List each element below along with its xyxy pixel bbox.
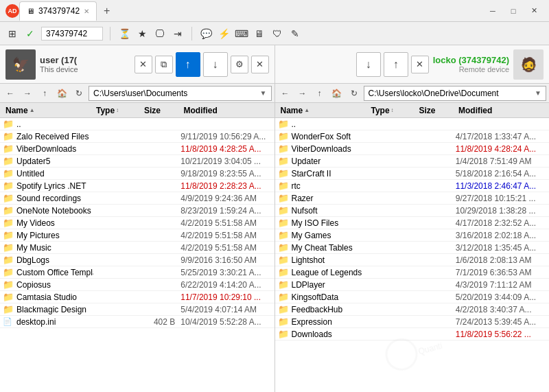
table-row[interactable]: 📁DbgLogs9/9/2016 3:16:50 AM [0,254,274,266]
sort-arrow-type: ↕ [116,107,119,113]
left-home-button[interactable]: 🏠 [54,86,69,101]
table-row[interactable]: 📁League of Legends7/1/2019 6:36:53 AM [275,266,550,279]
table-row[interactable]: 📁My Pictures4/2/2019 5:51:58 AM [0,229,274,242]
file-modified: 11/8/2019 2:28:23 A... [180,181,271,191]
table-row[interactable]: 📁Updater1/4/2018 7:51:49 AM [275,155,550,168]
copy-button[interactable]: ⧉ [155,56,173,73]
table-row[interactable]: 📁OneNote Notebooks8/23/2019 1:59:24 A... [0,205,274,217]
left-col-name[interactable]: Name ▲ [3,106,93,115]
table-row[interactable]: 📁Blackmagic Design5/4/2019 4:07:14 AM [0,303,274,316]
table-row[interactable]: 📁My Cheat Tables3/12/2018 1:35:45 A... [275,242,550,254]
right-home-button[interactable]: 🏠 [329,86,344,101]
upload-button[interactable]: ↑ [176,52,200,77]
left-col-modified[interactable]: Modified [181,106,272,115]
tab-close-button[interactable]: ✕ [84,8,89,15]
main-tab[interactable]: 🖥 374379742 ✕ [19,1,97,21]
table-row[interactable]: 📁StarCraft II5/18/2018 2:16:54 A... [275,168,550,180]
right-forward-button[interactable]: → [295,86,310,101]
close-conn-left-button[interactable]: ✕ [135,56,152,73]
right-up-button[interactable]: ↑ [312,86,327,101]
right-back-button[interactable]: ← [278,86,293,101]
table-row[interactable]: 📁Camtasia Studio11/7/2019 10:29:10 ... [0,291,274,303]
keyboard-icon[interactable]: ⌨ [235,27,248,41]
right-col-name[interactable]: Name ▲ [278,106,369,115]
pen-icon[interactable]: ✎ [288,27,302,41]
table-row[interactable]: 📁Lightshot1/6/2018 2:08:13 AM [275,254,550,266]
remote-user-name: locko (374379742) [433,55,509,65]
title-bar: AD 🖥 374379742 ✕ + ─ □ ✕ [0,0,549,22]
left-col-size[interactable]: Size [141,106,181,115]
right-file-list[interactable]: 📁..📁WonderFox Soft4/17/2018 1:33:47 A...… [275,118,550,392]
download-left-button[interactable]: ↓ [203,52,228,77]
table-row[interactable]: 📁Copiosus6/22/2019 4:14:20 A... [0,279,274,291]
left-file-list[interactable]: 📁..📁Zalo Received Files9/11/2019 10:56:2… [0,118,274,392]
table-row[interactable]: 📁Zalo Received Files9/11/2019 10:56:29 A… [0,130,274,143]
download-right-button[interactable]: ↓ [356,52,381,77]
table-row[interactable]: 📁rtc11/3/2018 2:46:47 A... [275,180,550,192]
table-row[interactable]: 📁Razer9/27/2018 10:15:21 ... [275,192,550,205]
folder-icon: 📁 [3,205,14,216]
lightning-icon[interactable]: ⚡ [217,27,231,41]
menu-icon[interactable]: ⊞ [5,27,19,41]
right-col-modified[interactable]: Modified [456,106,546,115]
remote-user-info: locko (374379742) Remote device [433,55,509,73]
tab-icon: 🖥 [27,7,34,15]
close-button[interactable]: ✕ [524,3,544,19]
right-col-size[interactable]: Size [416,106,456,115]
table-row[interactable]: 📁.. [275,118,550,130]
table-row[interactable]: 📁My Videos4/2/2019 5:51:58 AM [0,217,274,229]
star-icon[interactable]: ★ [135,27,149,41]
left-back-button[interactable]: ← [3,86,18,101]
left-up-button[interactable]: ↑ [37,86,52,101]
close-left-button[interactable]: ✕ [251,56,269,73]
table-row[interactable]: 📁Sound recordings4/9/2019 9:24:36 AM [0,192,274,205]
table-row[interactable]: 📁ViberDownloads11/8/2019 4:28:24 A... [275,143,550,155]
forward-icon[interactable]: ⇥ [171,27,185,41]
monitor-icon[interactable]: 🖵 [153,27,167,41]
display-icon[interactable]: 🖥 [253,27,266,41]
left-path-bar[interactable]: C:\Users\user\Documents ▼ [89,86,272,101]
settings-left-button[interactable]: ⚙ [231,56,248,73]
table-row[interactable]: 📄desktop.ini402 B10/4/2019 5:52:28 A... [0,316,274,328]
remote-conn-actions: ↓ ↑ ✕ [356,52,429,77]
tab-area: 🖥 374379742 ✕ + [19,1,483,21]
file-name: 📁Updater5 [3,156,93,167]
shield-icon[interactable]: 🛡 [270,27,284,41]
folder-icon: 📁 [278,119,289,130]
file-name: 📁.. [278,119,369,130]
table-row[interactable]: 📁KingsoftData5/20/2019 3:44:09 A... [275,291,550,303]
table-row[interactable]: 📁My Games3/16/2018 2:02:18 A... [275,229,550,242]
table-row[interactable]: 📁My ISO Files4/17/2018 2:32:52 A... [275,217,550,229]
file-name: 📁Camtasia Studio [3,292,93,303]
maximize-button[interactable]: □ [504,3,523,19]
upload-right-button[interactable]: ↑ [384,52,408,77]
table-row[interactable]: 📁Updater510/21/2019 3:04:05 ... [0,155,274,168]
table-row[interactable]: 📁WonderFox Soft4/17/2018 1:33:47 A... [275,130,550,143]
file-name: 📁.. [3,119,93,130]
table-row[interactable]: 📁Downloads11/8/2019 5:56:22 ... [275,328,550,341]
right-refresh-button[interactable]: ↻ [347,86,362,101]
table-row[interactable]: 📁Expression7/24/2013 5:39:45 A... [275,316,550,328]
file-modified: 10/21/2019 3:04:05 ... [180,157,271,166]
minimize-button[interactable]: ─ [483,3,502,19]
table-row[interactable]: 📁Spotify Lyrics .NET11/8/2019 2:28:23 A.… [0,180,274,192]
left-refresh-button[interactable]: ↻ [71,86,86,101]
close-remote-button[interactable]: ✕ [411,56,429,73]
new-tab-button[interactable]: + [100,5,114,17]
right-col-type[interactable]: Type ↕ [368,106,416,115]
table-row[interactable]: 📁.. [0,118,274,130]
left-forward-button[interactable]: → [20,86,35,101]
table-row[interactable]: 📁Custom Office Templates5/25/2019 3:30:2… [0,266,274,279]
table-row[interactable]: 📁My Music4/2/2019 5:51:58 AM [0,242,274,254]
right-path-bar[interactable]: C:\Users\locko\OneDrive\Document ▼ [364,86,547,101]
table-row[interactable]: 📁FeedbackHub4/2/2018 3:40:37 A... [275,303,550,316]
left-col-type[interactable]: Type ↕ [93,106,141,115]
table-row[interactable]: 📁ViberDownloads11/8/2019 4:28:25 A... [0,143,274,155]
table-row[interactable]: 📁Nufsoft10/29/2018 1:38:28 ... [275,205,550,217]
hourglass-icon[interactable]: ⏳ [117,27,131,41]
table-row[interactable]: 📁LDPlayer4/3/2019 7:11:12 AM [275,279,550,291]
table-row[interactable]: 📁Untitled9/18/2019 8:23:55 A... [0,168,274,180]
file-name: 📁rtc [278,181,369,192]
chat-icon[interactable]: 💬 [199,27,213,41]
file-modified: 5/18/2018 2:16:54 A... [456,169,546,178]
